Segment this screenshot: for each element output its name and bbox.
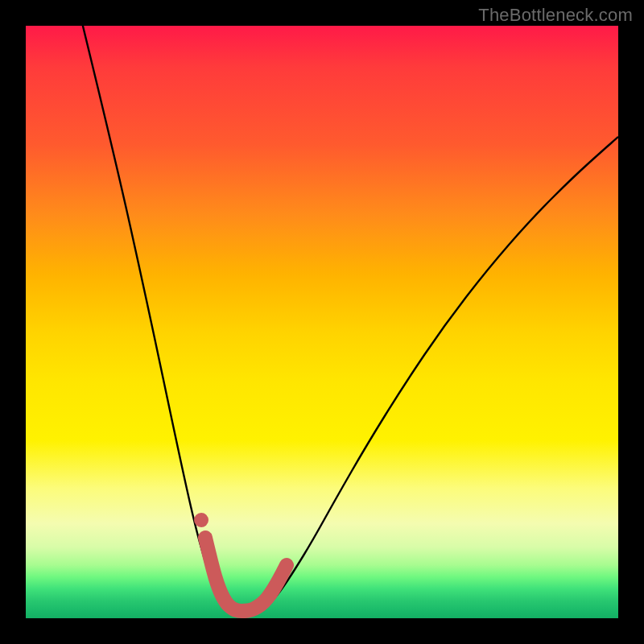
chart-frame: TheBottleneck.com (0, 0, 644, 644)
plot-area (26, 26, 618, 618)
highlight-overlay (205, 538, 287, 611)
highlight-dot (194, 513, 208, 527)
main-curve (79, 26, 618, 614)
curve-layer (26, 26, 618, 618)
watermark-text: TheBottleneck.com (478, 5, 633, 26)
